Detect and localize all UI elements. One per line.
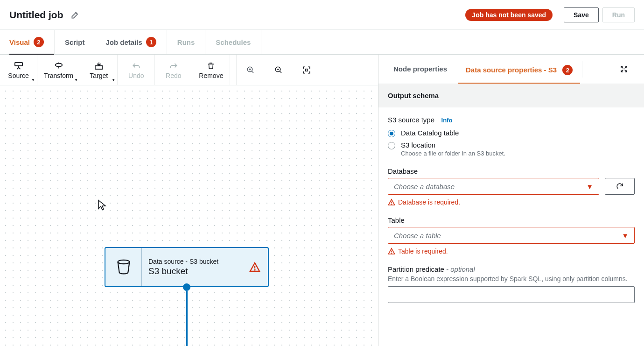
database-label: Database bbox=[388, 167, 635, 175]
svg-point-1 bbox=[55, 63, 62, 66]
tab-job-details-badge: 1 bbox=[146, 37, 156, 47]
canvas-toolbar: Source ▼ Transform ▼ Target ▼ bbox=[0, 55, 378, 85]
fit-icon bbox=[302, 65, 311, 75]
header-bar: Untitled job Job has not been saved Save… bbox=[0, 0, 644, 30]
tab-job-details[interactable]: Job details 1 bbox=[95, 30, 167, 54]
tool-source-label: Source bbox=[8, 72, 28, 79]
side-tab-ds-badge: 2 bbox=[562, 65, 573, 75]
tab-schedules-label: Schedules bbox=[216, 38, 251, 46]
svg-rect-0 bbox=[14, 62, 22, 65]
partition-predicate-input[interactable] bbox=[388, 286, 635, 303]
not-saved-badge: Job has not been saved bbox=[465, 9, 553, 21]
tab-visual-badge: 2 bbox=[34, 37, 44, 47]
tab-job-details-label: Job details bbox=[105, 38, 142, 46]
node-subtitle: Data source - S3 bucket bbox=[148, 258, 261, 265]
target-icon bbox=[94, 61, 104, 71]
edit-title-icon[interactable] bbox=[70, 10, 80, 20]
top-tabs: Visual 2 Script Job details 1 Runs Sched… bbox=[0, 30, 644, 54]
tab-script[interactable]: Script bbox=[55, 30, 96, 54]
zoom-out-icon bbox=[274, 65, 283, 75]
info-link[interactable]: Info bbox=[441, 117, 453, 124]
chevron-down-icon: ▼ bbox=[622, 232, 629, 240]
tool-zoom-in[interactable] bbox=[237, 55, 265, 85]
tool-redo[interactable]: Redo bbox=[155, 55, 192, 85]
partition-label: Partition predicate - optional bbox=[388, 265, 635, 273]
database-select[interactable]: Choose a database ▼ bbox=[388, 178, 599, 195]
partition-help: Enter a Boolean expression supported by … bbox=[388, 275, 635, 282]
side-tabs: Node properties Data source properties -… bbox=[378, 55, 644, 84]
source-icon bbox=[14, 61, 24, 71]
table-placeholder: Choose a table bbox=[394, 232, 441, 240]
tool-undo[interactable]: Undo bbox=[118, 55, 155, 85]
tool-transform-label: Transform bbox=[44, 72, 73, 79]
chevron-down-icon: ▼ bbox=[586, 183, 593, 191]
refresh-database-button[interactable] bbox=[605, 178, 635, 195]
tool-undo-label: Undo bbox=[128, 72, 144, 79]
side-tab-ds-label: Data source properties - S3 bbox=[466, 66, 557, 74]
warning-icon bbox=[249, 261, 260, 273]
tab-runs: Runs bbox=[167, 30, 206, 54]
table-select[interactable]: Choose a table ▼ bbox=[388, 227, 635, 244]
svg-point-6 bbox=[118, 260, 129, 264]
tab-visual[interactable]: Visual 2 bbox=[9, 30, 55, 54]
side-form: S3 source type Info Data Catalog table S… bbox=[378, 107, 644, 346]
radio-s3loc-help: Choose a file or folder in an S3 bucket. bbox=[401, 150, 505, 157]
svg-point-8 bbox=[392, 204, 392, 205]
tool-transform[interactable]: Transform ▼ bbox=[37, 55, 80, 85]
refresh-icon bbox=[616, 182, 624, 191]
tab-script-label: Script bbox=[65, 38, 85, 46]
caret-icon: ▼ bbox=[74, 78, 78, 82]
tool-fit[interactable] bbox=[293, 55, 321, 85]
tool-source[interactable]: Source ▼ bbox=[0, 55, 37, 85]
svg-rect-5 bbox=[306, 69, 308, 71]
radio-indicator bbox=[388, 142, 395, 149]
s3-source-type-radios: Data Catalog table S3 location Choose a … bbox=[388, 129, 635, 157]
trash-icon bbox=[207, 61, 215, 71]
svg-point-7 bbox=[254, 269, 255, 270]
side-tab-node-properties[interactable]: Node properties bbox=[386, 55, 455, 84]
caret-icon: ▼ bbox=[31, 78, 35, 82]
tool-redo-label: Redo bbox=[166, 72, 181, 79]
side-panel: Node properties Data source properties -… bbox=[378, 55, 644, 346]
radio-s3loc-label: S3 location bbox=[401, 141, 505, 149]
cursor-icon bbox=[97, 199, 106, 212]
node-output-port[interactable] bbox=[183, 283, 190, 291]
tool-zoom-out[interactable] bbox=[265, 55, 293, 85]
edge bbox=[186, 291, 188, 346]
side-tab-data-source[interactable]: Data source properties - S3 2 bbox=[458, 55, 580, 84]
run-button[interactable]: Run bbox=[602, 7, 635, 22]
side-tab-node-label: Node properties bbox=[393, 65, 447, 73]
radio-s3-location[interactable]: S3 location Choose a file or folder in a… bbox=[388, 141, 635, 157]
s3-source-type-label: S3 source type bbox=[388, 116, 434, 124]
expand-panel-icon[interactable] bbox=[611, 65, 637, 73]
tab-schedules: Schedules bbox=[205, 30, 261, 54]
tab-runs-label: Runs bbox=[177, 38, 195, 46]
table-error: Table is required. bbox=[388, 247, 635, 255]
node-title: S3 bucket bbox=[148, 266, 261, 276]
tool-target[interactable]: Target ▼ bbox=[80, 55, 118, 85]
table-label: Table bbox=[388, 216, 635, 224]
transform-icon bbox=[54, 61, 64, 71]
svg-point-9 bbox=[392, 253, 392, 254]
radio-indicator bbox=[388, 130, 395, 137]
output-schema-header[interactable]: Output schema bbox=[378, 84, 644, 107]
node-s3-bucket[interactable]: Data source - S3 bucket S3 bucket bbox=[105, 247, 269, 287]
database-error: Database is required. bbox=[388, 198, 635, 206]
caret-icon: ▼ bbox=[112, 78, 115, 82]
database-placeholder: Choose a database bbox=[394, 183, 455, 191]
bucket-icon bbox=[116, 259, 132, 275]
tool-target-label: Target bbox=[90, 72, 108, 79]
save-button[interactable]: Save bbox=[564, 7, 599, 22]
visual-canvas[interactable]: Data source - S3 bucket S3 bucket bbox=[0, 85, 378, 346]
node-icon-cell bbox=[105, 248, 142, 286]
tool-remove-label: Remove bbox=[199, 72, 223, 79]
tab-visual-label: Visual bbox=[9, 38, 30, 46]
job-title: Untitled job bbox=[9, 9, 63, 21]
tool-remove[interactable]: Remove bbox=[192, 55, 230, 85]
zoom-in-icon bbox=[246, 65, 255, 75]
redo-icon bbox=[169, 61, 178, 71]
undo-icon bbox=[132, 61, 141, 71]
radio-catalog-label: Data Catalog table bbox=[401, 129, 459, 137]
radio-data-catalog[interactable]: Data Catalog table bbox=[388, 129, 635, 137]
svg-rect-2 bbox=[95, 66, 103, 69]
